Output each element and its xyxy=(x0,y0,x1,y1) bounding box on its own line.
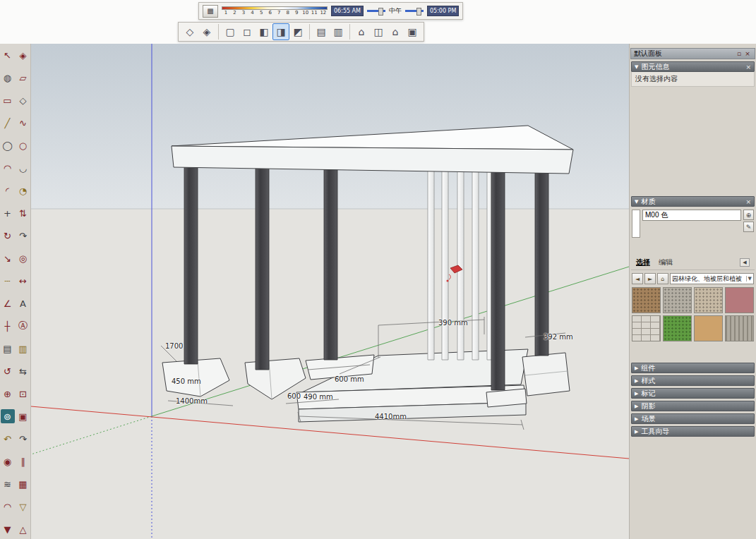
tool-paint-bucket[interactable]: ◍ xyxy=(1,71,15,85)
shadow-month-10[interactable]: 10 xyxy=(302,10,309,16)
tool-select[interactable]: ↖ xyxy=(1,48,15,62)
tool-previous-view[interactable]: ↶ xyxy=(1,432,15,446)
tool-section-plane[interactable]: ▤ xyxy=(1,341,15,356)
close-icon[interactable]: × xyxy=(745,198,751,205)
close-icon[interactable]: × xyxy=(743,49,752,58)
tool-next-view[interactable]: ↷ xyxy=(16,432,30,446)
material-name-field[interactable] xyxy=(642,210,741,221)
material-swatch-grass[interactable] xyxy=(663,315,692,341)
tool-arc[interactable]: ◠ xyxy=(1,161,15,175)
share-model-icon[interactable]: ◫ xyxy=(370,23,387,40)
monochrome-mode-icon[interactable]: ◩ xyxy=(289,23,306,40)
material-swatch-sand[interactable] xyxy=(694,315,723,341)
tool-sandbox-from-scratch[interactable]: ▦ xyxy=(16,477,30,491)
tool-tape-measure[interactable]: ┄ xyxy=(1,274,15,288)
in-model-icon[interactable]: ⌂ xyxy=(657,273,668,284)
get-models-icon[interactable]: ⌂ xyxy=(353,23,370,40)
shadow-time-slider-right[interactable] xyxy=(405,10,424,12)
tool-line[interactable]: ╱ xyxy=(1,116,15,130)
xray-mode-icon[interactable]: ◇ xyxy=(181,23,198,40)
create-material-button[interactable]: ⊕ xyxy=(743,210,754,220)
tool-three-point-arc[interactable]: ◜ xyxy=(1,183,15,198)
material-swatch-gravel-gray[interactable] xyxy=(663,287,692,313)
tool-axes[interactable]: ┼ xyxy=(1,319,15,333)
tool-position-camera[interactable]: ⊚ xyxy=(1,409,15,423)
tool-3d-text[interactable]: Ⓐ xyxy=(16,319,30,333)
tool-text[interactable]: A xyxy=(16,296,30,310)
panel-section-tags[interactable]: ▶标记 xyxy=(631,388,755,399)
close-icon[interactable]: × xyxy=(745,63,751,71)
tool-zoom[interactable]: ⊕ xyxy=(1,387,15,401)
shadow-toggle-icon[interactable]: ▩ xyxy=(203,5,218,18)
hidden-line-mode-icon[interactable]: ◻ xyxy=(239,23,256,40)
tab-select[interactable]: 选择 xyxy=(636,258,650,267)
tool-look-around[interactable]: ◉ xyxy=(1,454,15,468)
shadow-month-9[interactable]: 9 xyxy=(293,10,300,16)
shadow-month-8[interactable]: 8 xyxy=(284,10,292,16)
material-swatch-pebbles[interactable] xyxy=(694,287,723,313)
tool-section-cut[interactable]: ▥ xyxy=(16,341,30,356)
section-cuts-toggle-icon[interactable]: ▥ xyxy=(330,23,347,40)
collection-dropdown[interactable]: 园林绿化、地被层和植被 ▼ xyxy=(670,273,754,284)
tool-protractor[interactable]: ∠ xyxy=(1,296,15,310)
material-swatch-gravel-brown[interactable] xyxy=(632,287,661,313)
tool-add-detail[interactable]: △ xyxy=(16,522,30,536)
panel-section-shadows[interactable]: ▶阴影 xyxy=(631,401,755,411)
tool-pie[interactable]: ◔ xyxy=(16,183,30,198)
forward-icon[interactable]: ► xyxy=(644,273,656,284)
shaded-mode-icon[interactable]: ◧ xyxy=(256,23,272,40)
secondary-pane-icon[interactable]: ◀ xyxy=(740,258,750,267)
tool-pan[interactable]: ⇆ xyxy=(16,364,30,378)
shadow-time-slider-left[interactable] xyxy=(367,10,385,12)
sample-paint-button[interactable]: ✎ xyxy=(743,222,754,232)
tool-two-point-arc[interactable]: ◡ xyxy=(16,161,30,175)
shadow-month-6[interactable]: 6 xyxy=(267,10,274,16)
tool-scale[interactable]: ↘ xyxy=(1,251,15,265)
tool-push-pull[interactable]: ⇅ xyxy=(16,206,30,220)
tool-rectangle[interactable]: ▭ xyxy=(1,93,15,107)
tool-rotated-rectangle[interactable]: ◇ xyxy=(16,93,30,107)
entity-info-header[interactable]: ▼ 图元信息 × xyxy=(631,61,755,72)
material-swatch-stone-pavers[interactable] xyxy=(632,315,661,341)
tab-edit[interactable]: 编辑 xyxy=(659,258,673,267)
tool-eraser[interactable]: ▱ xyxy=(16,71,30,85)
material-swatch-fence-bars[interactable] xyxy=(725,315,754,341)
shadow-date-slider[interactable]: 123456789101112 xyxy=(222,6,328,16)
tool-stamp[interactable]: ▽ xyxy=(16,499,30,514)
shadow-month-12[interactable]: 12 xyxy=(320,10,327,16)
tool-move[interactable]: + xyxy=(1,206,15,220)
panel-section-components[interactable]: ▶组件 xyxy=(631,363,755,373)
shadow-month-2[interactable]: 2 xyxy=(232,10,239,16)
tool-follow-me[interactable]: ↷ xyxy=(16,229,30,243)
shadow-month-11[interactable]: 11 xyxy=(311,10,318,16)
wireframe-mode-icon[interactable]: ▢ xyxy=(222,23,239,40)
back-edges-icon[interactable]: ◈ xyxy=(198,23,215,40)
shadow-month-7[interactable]: 7 xyxy=(275,10,282,16)
panel-section-styles[interactable]: ▶样式 xyxy=(631,375,755,386)
tool-walk[interactable]: ∥ xyxy=(16,454,30,468)
tool-drape[interactable]: ▼ xyxy=(1,522,15,536)
pin-icon[interactable]: ▫ xyxy=(735,49,743,58)
materials-header[interactable]: ▼ 材质 × xyxy=(631,196,755,207)
tool-polygon[interactable]: ○ xyxy=(16,138,30,152)
shaded-with-textures-mode-icon[interactable]: ◨ xyxy=(272,23,289,40)
tool-circle[interactable]: ◯ xyxy=(1,138,15,152)
material-swatch-rose-stone[interactable] xyxy=(725,287,754,313)
tray-titlebar[interactable]: 默认面板 ▫ × xyxy=(630,48,755,59)
tool-make-component[interactable]: ◈ xyxy=(16,48,30,62)
3d-warehouse-icon[interactable]: ▣ xyxy=(404,23,421,40)
panel-section-instructor[interactable]: ▶工具向导 xyxy=(631,426,755,437)
tool-zoom-extents[interactable]: ▣ xyxy=(16,409,30,423)
shadow-month-3[interactable]: 3 xyxy=(240,10,247,16)
back-icon[interactable]: ◄ xyxy=(632,273,643,284)
shadow-month-1[interactable]: 1 xyxy=(222,10,229,16)
tool-smoove[interactable]: ◠ xyxy=(1,499,15,514)
model-canvas[interactable]: 1700450 mm1400mm600490 mm600 mm4410mm390… xyxy=(31,44,629,539)
tool-sandbox-from-contours[interactable]: ≋ xyxy=(1,477,15,491)
tool-offset[interactable]: ◎ xyxy=(16,251,30,265)
tool-dimension[interactable]: ↔ xyxy=(16,274,30,288)
panel-section-scenes[interactable]: ▶场景 xyxy=(631,413,755,424)
share-component-icon[interactable]: ⌂ xyxy=(387,23,404,40)
tool-rotate[interactable]: ↻ xyxy=(1,229,15,243)
tool-freehand[interactable]: ∿ xyxy=(16,116,30,130)
